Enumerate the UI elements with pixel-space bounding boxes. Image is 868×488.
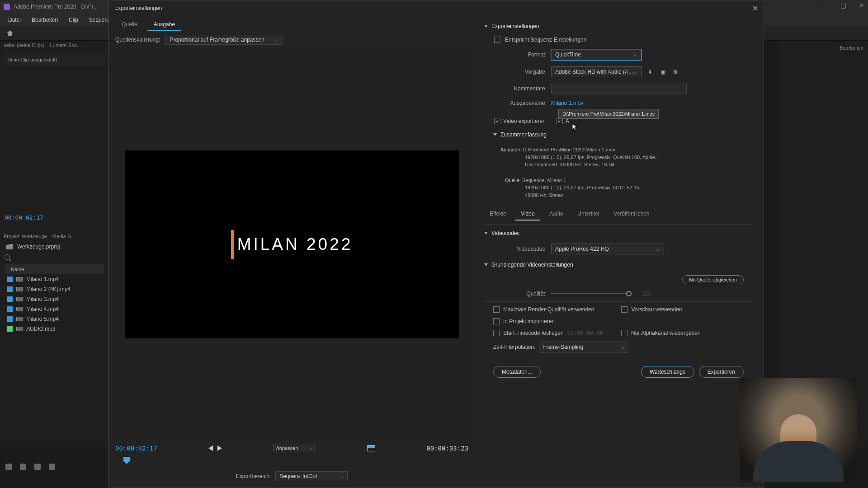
output-name-link[interactable]: Milano 1.mov	[551, 100, 583, 106]
column-name[interactable]: Name	[5, 264, 104, 274]
codec-header[interactable]: Videocodec	[484, 227, 753, 239]
color-chip	[7, 296, 13, 302]
menu-clip[interactable]: Clip	[64, 15, 83, 25]
right-tab[interactable]: Bearbeiten	[782, 45, 863, 51]
file-icon	[16, 327, 23, 331]
fit-dropdown[interactable]: Anpassen	[273, 444, 316, 452]
project-name: Werkzeuge.prproj	[17, 244, 60, 250]
video-title-text: Milan 2022	[237, 235, 353, 254]
tab-lumetri[interactable]: Lumetri-Sco...	[50, 42, 80, 48]
quality-value: 100	[642, 291, 651, 297]
export-audio-checkbox[interactable]	[557, 118, 563, 124]
codec-dropdown[interactable]: Apple ProRes 422 HQ	[551, 244, 664, 254]
max-render-checkbox[interactable]	[493, 306, 500, 313]
chevron-down-icon	[484, 263, 488, 266]
quality-label: Qualität:	[494, 291, 547, 297]
export-settings-header[interactable]: Exporteinstellungen	[484, 20, 753, 32]
slider-thumb[interactable]	[626, 291, 632, 296]
preset-dropdown[interactable]: Adobe Stock HD with Audio (A...	[551, 66, 642, 77]
summary-header[interactable]: Zusammenfassung	[484, 129, 753, 141]
export-button[interactable]: Exportieren	[699, 366, 744, 378]
import-project-checkbox[interactable]	[493, 318, 500, 324]
delete-preset-icon[interactable]: 🗑	[671, 68, 679, 76]
play-icon[interactable]	[217, 446, 222, 451]
export-video-label: Video exportieren	[503, 118, 546, 124]
file-row[interactable]: Milano 4.mp4	[5, 304, 104, 314]
file-icon	[16, 317, 23, 321]
minimize-button[interactable]: —	[821, 2, 828, 9]
mouse-cursor	[572, 123, 578, 131]
format-dropdown[interactable]: QuickTime	[551, 49, 642, 60]
title-accent-bar	[231, 230, 234, 259]
preview-canvas: Milan 2022	[109, 48, 475, 440]
metadata-button[interactable]: Metadaten...	[493, 366, 541, 378]
save-preset-icon[interactable]: ▣	[659, 68, 667, 76]
match-sequence-checkbox[interactable]	[494, 37, 500, 43]
comments-input[interactable]	[551, 84, 687, 94]
tool-icon[interactable]	[20, 464, 26, 470]
step-back-icon[interactable]	[208, 446, 213, 451]
use-preview-checkbox[interactable]	[621, 306, 627, 313]
format-label: Format:	[494, 52, 547, 58]
close-icon[interactable]: ✕	[752, 4, 758, 13]
scale-dropdown[interactable]: Proportional auf Framegröße anpassen	[165, 35, 283, 45]
menu-file[interactable]: Datei	[4, 15, 25, 25]
file-row[interactable]: Milano 3.mp4	[5, 294, 104, 304]
summary-source: Quelle: Sequence, Milano 1 868x488 (1,…	[484, 174, 753, 202]
basic-video-header[interactable]: Grundlegende Videoeinstellungen	[484, 259, 753, 271]
comments-label: Kommentare:	[494, 85, 547, 92]
aspect-icon[interactable]	[367, 445, 375, 451]
preview-side: Quelle Ausgabe Quellenskalierung: Propor…	[109, 16, 475, 488]
match-source-button[interactable]: Mit Quelle abgleichen	[682, 275, 744, 284]
playhead-icon[interactable]	[123, 457, 130, 464]
project-tab[interactable]: Projekt: Werkzeuge	[4, 234, 47, 239]
color-chip	[7, 286, 13, 292]
scale-label: Quellenskalierung:	[115, 37, 160, 43]
queue-button[interactable]: Warteschlange	[641, 366, 694, 378]
color-chip	[7, 316, 13, 322]
search-icon[interactable]	[5, 254, 10, 260]
color-chip	[7, 277, 13, 282]
tab-video[interactable]: Video	[515, 208, 540, 221]
start-timecode-value: 00:00:00:00	[567, 330, 603, 336]
export-area-dropdown[interactable]: Sequenz In/Out	[275, 471, 348, 481]
app-title: Adobe Premiere Pro 2020 - D:\Pr...	[14, 4, 98, 10]
export-dialog: Exporteinstellungen ✕ Quelle Ausgabe Que…	[108, 0, 764, 488]
media-tab[interactable]: Media-B...	[52, 234, 75, 239]
tool-icon[interactable]	[34, 464, 41, 470]
export-video-checkbox[interactable]	[494, 118, 500, 124]
tab-effects[interactable]: Effekte	[484, 208, 512, 221]
video-frame: Milan 2022	[125, 150, 459, 338]
tab-captions[interactable]: Untertitel	[572, 208, 604, 221]
maximize-button[interactable]: ▢	[840, 2, 846, 9]
close-button[interactable]: ✕	[859, 2, 864, 9]
tab-audio[interactable]: Audio	[544, 208, 569, 221]
tab-source[interactable]: Quelle	[115, 19, 144, 31]
menu-edit[interactable]: Bearbeiten	[27, 15, 62, 25]
file-icon	[16, 307, 23, 311]
interp-label: Zeit-Interpolation:	[493, 344, 535, 350]
tool-icon[interactable]	[5, 464, 12, 470]
file-row[interactable]: Milano 1.mp4	[5, 274, 104, 284]
chevron-down-icon	[484, 232, 488, 235]
file-row[interactable]: Milano 2 (4K).mp4	[5, 284, 104, 294]
quality-slider[interactable]	[551, 293, 632, 294]
app-icon	[4, 4, 10, 10]
tab-publish[interactable]: Veröffentlichen	[608, 208, 655, 221]
download-preset-icon[interactable]: ⬇	[646, 68, 654, 76]
tab-source[interactable]: uelle: (keine Clips)	[4, 42, 44, 48]
alpha-only-checkbox[interactable]	[621, 330, 627, 336]
file-row[interactable]: AUDIO.mp3	[5, 324, 104, 334]
file-icon	[16, 277, 23, 282]
file-row[interactable]: Milano 5.mp4	[5, 314, 104, 324]
tool-icon[interactable]	[49, 464, 55, 470]
interp-dropdown[interactable]: Frame-Sampling	[539, 342, 629, 352]
tab-output[interactable]: Ausgabe	[147, 19, 181, 31]
chevron-down-icon	[493, 133, 497, 136]
start-timecode-checkbox[interactable]	[493, 330, 500, 336]
home-icon[interactable]	[6, 30, 14, 37]
dialog-buttons: Metadaten... Warteschlange Exportieren	[484, 360, 753, 384]
timecode-in[interactable]: 00:00:02:17	[115, 445, 157, 452]
preview-timeline[interactable]	[109, 454, 475, 469]
settings-tabs: Effekte Video Audio Untertitel Veröffent…	[484, 204, 753, 225]
